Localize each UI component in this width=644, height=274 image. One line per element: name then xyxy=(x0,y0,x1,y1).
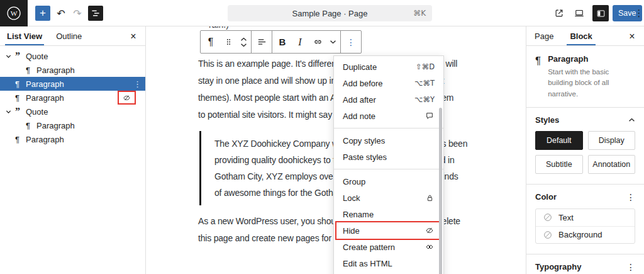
styles-section-title: Styles xyxy=(535,115,559,125)
link-button[interactable] xyxy=(309,32,326,52)
block-toolbar-group-options: ⋮ xyxy=(341,31,361,53)
tree-row-label: Quote xyxy=(26,52,48,61)
menu-item-label: Hide xyxy=(343,226,360,236)
sidebar-panel-icon xyxy=(596,8,606,19)
document-title: Sample Page · Page xyxy=(292,9,368,18)
tab-list-view[interactable]: List View xyxy=(0,26,49,45)
comment-icon xyxy=(425,111,435,121)
tree-row-paragraph-1[interactable]: ¶ Paragraph xyxy=(0,63,145,77)
menu-shortcut: ⇧⌘D xyxy=(416,62,435,71)
tree-row-quote-2[interactable]: ” Quote xyxy=(0,105,145,118)
menu-scrollbar[interactable] xyxy=(439,108,442,274)
menu-item-rename[interactable]: Rename xyxy=(334,206,443,222)
wordpress-logo[interactable]: W xyxy=(0,0,28,26)
menu-item-label: Add after xyxy=(343,95,376,105)
bold-button[interactable]: B xyxy=(274,32,291,52)
chevron-down-icon xyxy=(330,40,336,44)
text-color-row[interactable]: Text xyxy=(536,209,635,226)
tree-row-paragraph-hidden[interactable]: ¶ Paragraph xyxy=(0,91,145,105)
block-tree: ” Quote ¶ Paragraph ¶ Paragraph ⋮ ¶ Para… xyxy=(0,46,145,146)
color-options-menu-button[interactable]: ⋮ xyxy=(626,192,635,202)
drag-handle[interactable] xyxy=(219,32,237,52)
tree-row-label: Paragraph xyxy=(26,79,64,89)
tree-row-label: Paragraph xyxy=(26,135,64,144)
menu-item-label: Edit as HTML xyxy=(343,259,392,268)
background-color-row[interactable]: Background xyxy=(536,226,635,243)
list-view-icon xyxy=(91,8,101,18)
tree-row-quote-1[interactable]: ” Quote xyxy=(0,49,145,63)
style-option-subtitle[interactable]: Subtitle xyxy=(535,155,583,174)
tab-outline[interactable]: Outline xyxy=(49,26,89,45)
pattern-icon xyxy=(425,242,435,252)
tab-page[interactable]: Page xyxy=(526,26,562,45)
menu-item-add-after[interactable]: Add after ⌥⌘Y xyxy=(334,91,443,108)
menu-item-label: Copy styles xyxy=(343,136,385,146)
block-options-dropdown: Duplicate ⇧⌘D Add before ⌥⌘T Add after ⌥… xyxy=(333,55,444,274)
settings-tabs: Page Block × xyxy=(526,26,644,46)
document-title-bar[interactable]: Sample Page · Page ⌘K xyxy=(228,5,432,21)
tree-row-paragraph-3[interactable]: ¶ Paragraph xyxy=(0,132,145,146)
link-icon xyxy=(313,37,323,47)
change-block-type-button[interactable]: ¶ xyxy=(202,32,219,52)
menu-shortcut: ⌥⌘Y xyxy=(414,95,435,104)
more-formats-button[interactable] xyxy=(326,32,339,52)
style-option-annotation[interactable]: Annotation xyxy=(588,155,636,174)
style-option-display[interactable]: Display xyxy=(588,131,636,150)
text-align-button[interactable] xyxy=(253,32,270,52)
menu-item-hide[interactable]: Hide xyxy=(334,222,443,239)
italic-button[interactable]: I xyxy=(291,32,309,52)
list-view-toggle-button[interactable] xyxy=(88,6,103,21)
color-section-header: Color ⋮ xyxy=(526,185,644,208)
menu-item-label: Lock xyxy=(343,193,360,203)
svg-text:W: W xyxy=(11,9,18,17)
settings-sidebar-toggle[interactable] xyxy=(592,5,609,21)
typography-options-menu-button[interactable]: ⋮ xyxy=(626,262,635,272)
tab-block[interactable]: Block xyxy=(562,26,600,45)
style-option-default[interactable]: Default xyxy=(535,131,583,150)
tree-row-label: Quote xyxy=(26,107,48,117)
menu-item-label: Group xyxy=(343,177,365,186)
chevron-up-icon xyxy=(628,118,635,122)
block-description: Start with the basic building block of a… xyxy=(548,67,628,100)
close-list-view-button[interactable]: × xyxy=(125,28,142,45)
menu-item-create-pattern[interactable]: Create pattern xyxy=(334,239,443,255)
eye-off-icon xyxy=(425,225,435,236)
menu-item-group[interactable]: Group xyxy=(334,173,443,190)
list-view-sidebar: List View Outline × ” Quote ¶ Paragraph … xyxy=(0,26,146,274)
undo-button[interactable]: ↶ xyxy=(53,6,69,21)
color-section-title: Color xyxy=(535,192,557,202)
menu-item-add-before[interactable]: Add before ⌥⌘T xyxy=(334,75,443,91)
menu-item-paste-styles[interactable]: Paste styles xyxy=(334,149,443,165)
chevron-down-icon[interactable] xyxy=(5,109,12,115)
menu-item-lock[interactable]: Lock xyxy=(334,190,443,206)
styles-section-header[interactable]: Styles xyxy=(526,108,644,131)
menu-item-edit-as-html[interactable]: Edit as HTML xyxy=(334,255,443,271)
paragraph-block-icon: ¶ xyxy=(23,121,33,130)
wordpress-block-editor: W + ↶ ↷ Sample Page · Page ⌘K xyxy=(0,0,644,274)
block-toolbar-group-block: ¶ xyxy=(201,31,252,53)
no-color-icon xyxy=(543,212,553,222)
paragraph-block-icon: ¶ xyxy=(12,93,23,103)
redo-button[interactable]: ↷ xyxy=(69,6,86,21)
menu-item-copy-styles[interactable]: Copy styles xyxy=(334,132,443,149)
row-options-menu-button[interactable]: ⋮ xyxy=(133,79,142,89)
menu-item-add-note[interactable]: Add note xyxy=(334,108,443,124)
editor-options-menu-button[interactable]: ⋮ xyxy=(634,6,644,21)
quote-block-icon: ” xyxy=(12,108,23,115)
color-row-label: Background xyxy=(558,230,602,239)
block-options-menu-button[interactable]: ⋮ xyxy=(342,32,360,52)
close-settings-button[interactable]: × xyxy=(624,28,640,45)
block-movers[interactable] xyxy=(237,37,250,47)
menu-shortcut: ⌥⌘T xyxy=(414,79,435,88)
tree-row-paragraph-2[interactable]: ¶ Paragraph xyxy=(0,118,145,132)
view-site-button[interactable] xyxy=(551,6,567,21)
preview-button[interactable] xyxy=(571,6,587,21)
editor-canvas[interactable]: rain.) ¶ xyxy=(146,26,526,274)
menu-item-duplicate[interactable]: Duplicate ⇧⌘D xyxy=(334,59,443,75)
settings-sidebar: Page Block × ¶ Paragraph Start with the … xyxy=(526,26,644,274)
tree-row-paragraph-selected[interactable]: ¶ Paragraph ⋮ xyxy=(0,77,145,91)
chevron-down-icon[interactable] xyxy=(5,54,12,59)
block-inserter-button[interactable]: + xyxy=(35,6,50,21)
list-view-tabs: List View Outline × xyxy=(0,26,145,46)
menu-divider xyxy=(334,128,443,128)
